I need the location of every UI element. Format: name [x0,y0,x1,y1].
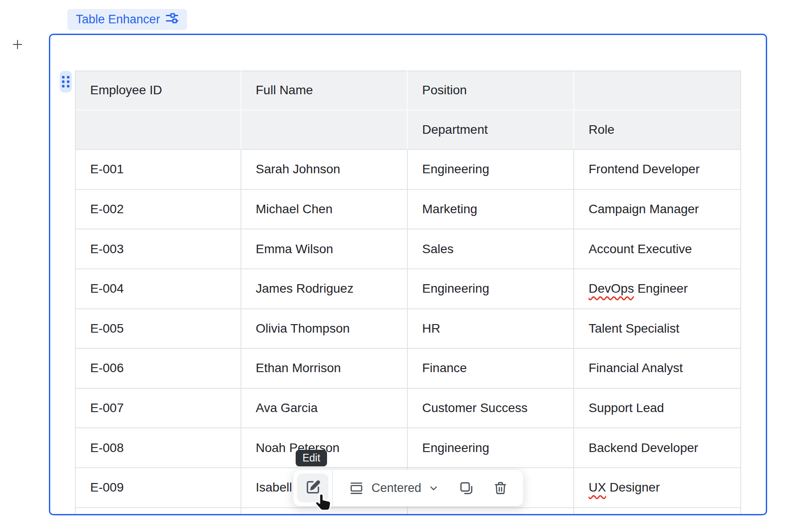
header-cell-empty[interactable] [241,110,408,150]
role-text: Financial Analyst [589,361,683,375]
table-row: E-004James RodriguezEngineeringDevOps En… [75,269,741,309]
employee-id-cell[interactable]: E-002 [75,190,241,230]
employee-id-cell[interactable]: E-008 [75,428,241,468]
table-row: E-008Noah PetersonEngineeringBackend Dev… [75,428,741,468]
department-cell[interactable]: Finance [408,349,574,389]
full-name-cell[interactable]: Sarah Johnson [241,150,408,190]
alignment-dropdown[interactable]: Centered [333,481,440,495]
role-cell[interactable]: Backend Developer [574,428,741,468]
header-cell-employee-id[interactable]: Employee ID [75,70,241,110]
align-center-block-icon [349,481,363,495]
role-cell[interactable]: Support Lead [574,389,741,429]
department-cell[interactable]: HR [408,309,574,349]
role-text: Frontend Developer [589,162,699,176]
full-name-cell[interactable]: Emma Wilson [241,229,408,269]
alignment-label: Centered [371,481,421,495]
header-cell-position[interactable]: Position [408,70,574,110]
edit-button[interactable] [297,474,328,502]
full-name-cell[interactable]: Ava Garcia [241,389,408,429]
department-cell[interactable]: Sales [408,229,574,269]
drag-handle[interactable] [60,71,72,92]
edit-tooltip: Edit [296,450,327,466]
employee-table: Employee ID Full Name Position Departmen… [75,70,741,515]
table-block-container: Employee ID Full Name Position Departmen… [49,34,767,515]
plus-icon [11,45,24,53]
header-cell-department[interactable]: Department [408,110,574,150]
table-enhancer-label: Table Enhancer [76,13,160,26]
table-row-partial [75,508,741,515]
table-body: Employee ID Full Name Position Departmen… [75,70,741,515]
full-name-cell[interactable]: James Rodriguez [241,269,408,309]
role-text: Talent Specialist [589,321,679,335]
department-cell[interactable]: Engineering [408,150,574,190]
header-row-1: Employee ID Full Name Position [75,70,741,110]
full-name-cell[interactable]: Olivia Thompson [241,309,408,349]
role-cell[interactable]: UX Designer [574,468,741,508]
department-cell[interactable]: Engineering [408,428,574,468]
table-row: E-005Olivia ThompsonHRTalent Specialist [75,309,741,349]
empty-cell[interactable] [241,508,408,515]
header-cell-empty[interactable] [574,70,741,110]
employee-id-cell[interactable]: E-003 [75,229,241,269]
full-name-cell[interactable]: Ethan Morrison [241,349,408,389]
editor-canvas: Table Enhancer Employee ID Full Name Pos… [0,0,812,527]
role-cell[interactable]: Talent Specialist [574,309,741,349]
copy-icon [459,489,474,497]
role-cell[interactable]: Account Executive [574,229,741,269]
table-row: E-007Ava GarciaCustomer SuccessSupport L… [75,389,741,429]
drag-handle-dots-icon [62,76,70,88]
edit-tooltip-label: Edit [302,452,320,464]
add-block-button[interactable] [11,38,24,51]
role-cell[interactable]: Campaign Manager [574,190,741,230]
employee-id-cell[interactable]: E-004 [75,269,241,309]
table-row: E-003Emma WilsonSalesAccount Executive [75,229,741,269]
header-cell-full-name[interactable]: Full Name [241,70,408,110]
square-pen-icon [305,479,321,497]
empty-cell[interactable] [75,508,241,515]
table-row: E-006Ethan MorrisonFinanceFinancial Anal… [75,349,741,389]
employee-id-cell[interactable]: E-009 [75,468,241,508]
empty-cell[interactable] [408,508,574,515]
role-text: Engineer [634,281,688,295]
table-row: E-001Sarah JohnsonEngineeringFrontend De… [75,150,741,190]
employee-id-cell[interactable]: E-007 [75,389,241,429]
empty-cell[interactable] [574,508,741,515]
delete-button[interactable] [493,481,507,495]
misspelled-word: UX [589,480,606,494]
chevron-down-icon [428,482,440,494]
department-cell[interactable]: Marketing [408,190,574,230]
employee-id-cell[interactable]: E-006 [75,349,241,389]
full-name-cell[interactable]: Michael Chen [241,190,408,230]
role-text: Designer [606,480,660,494]
header-cell-role[interactable]: Role [574,110,741,150]
role-cell[interactable]: Frontend Developer [574,150,741,190]
header-row-2: Department Role [75,110,741,150]
role-cell[interactable]: DevOps Engineer [574,269,741,309]
role-cell[interactable]: Financial Analyst [574,349,741,389]
sliders-icon [166,12,179,28]
role-text: Campaign Manager [589,202,699,216]
role-text: Backend Developer [589,441,698,455]
employee-id-cell[interactable]: E-001 [75,150,241,190]
role-text: Support Lead [589,401,664,415]
misspelled-word: DevOps [589,281,634,295]
role-text: Account Executive [589,242,692,256]
table-enhancer-badge[interactable]: Table Enhancer [67,9,187,30]
employee-id-cell[interactable]: E-005 [75,309,241,349]
duplicate-button[interactable] [459,481,474,496]
department-cell[interactable]: Engineering [408,269,574,309]
department-cell[interactable]: Customer Success [408,389,574,429]
header-cell-empty[interactable] [75,110,241,150]
trash-icon [493,489,507,496]
table-row: E-002Michael ChenMarketingCampaign Manag… [75,190,741,230]
cell-toolbar: Centered [293,470,524,506]
